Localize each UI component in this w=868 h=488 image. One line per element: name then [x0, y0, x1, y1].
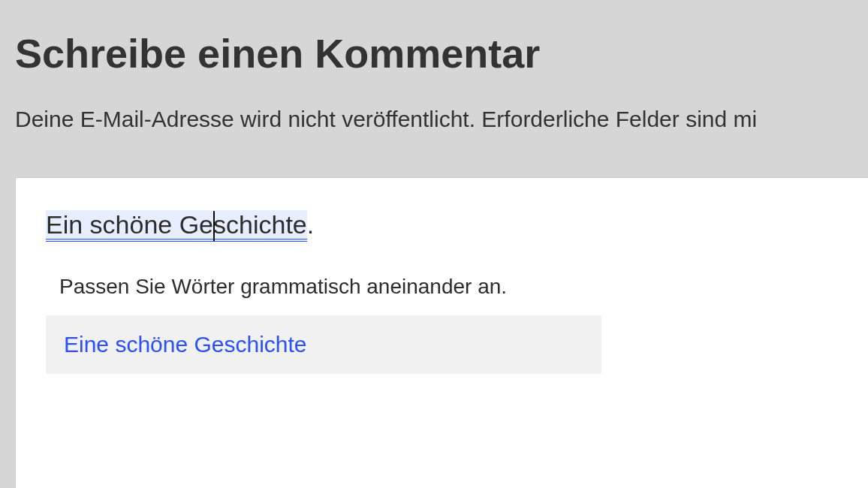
- page-subtitle: Deine E-Mail-Adresse wird nicht veröffen…: [15, 107, 853, 132]
- grammar-suggestion-popup: Passen Sie Wörter grammatisch aneinander…: [46, 267, 601, 374]
- flagged-after-caret: schichte: [213, 210, 307, 239]
- comment-header: Schreibe einen Kommentar Deine E-Mail-Ad…: [0, 0, 868, 177]
- flagged-before-caret: Ein schöne Ge: [46, 210, 213, 239]
- comment-text-line[interactable]: Ein schöne Geschichte.: [46, 208, 838, 241]
- comment-editor[interactable]: Ein schöne Geschichte. Passen Sie Wörter…: [15, 177, 868, 488]
- trailing-text: .: [307, 210, 314, 239]
- suggestion-option[interactable]: Eine schöne Geschichte: [46, 315, 601, 374]
- suggestion-message: Passen Sie Wörter grammatisch aneinander…: [46, 267, 601, 315]
- page-title: Schreibe einen Kommentar: [15, 30, 853, 77]
- grammar-flagged-text[interactable]: Ein schöne Geschichte: [46, 210, 307, 242]
